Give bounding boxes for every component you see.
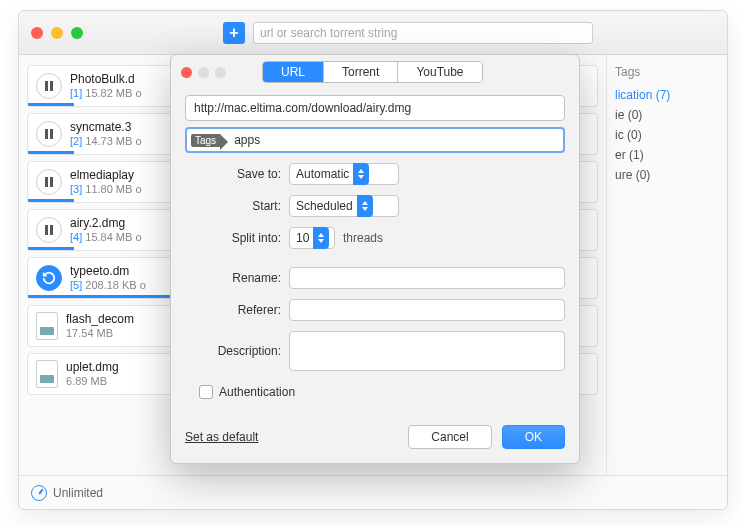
zoom-icon[interactable] xyxy=(71,27,83,39)
progress-bar xyxy=(28,199,74,202)
auth-checkbox[interactable] xyxy=(199,385,213,399)
tags-badge: Tags xyxy=(191,134,220,147)
dialog-footer: Set as default Cancel OK xyxy=(171,413,579,463)
source-tabs: URL Torrent YouTube xyxy=(262,61,483,83)
dialog-zoom-icon xyxy=(215,67,226,78)
pause-icon[interactable] xyxy=(36,217,62,243)
referer-input[interactable] xyxy=(289,299,565,321)
label-description: Description: xyxy=(185,344,281,358)
speed-icon xyxy=(31,485,47,501)
url-input[interactable] xyxy=(185,95,565,121)
download-meta: [3] 11.80 MB o xyxy=(70,183,142,196)
dialog-close-icon[interactable] xyxy=(181,67,192,78)
label-rename: Rename: xyxy=(185,271,281,285)
download-meta: [2] 14.73 MB o xyxy=(70,135,142,148)
footer: Unlimited xyxy=(19,475,727,509)
add-button[interactable]: + xyxy=(223,22,245,44)
traffic-lights xyxy=(31,27,83,39)
progress-bar xyxy=(28,151,74,154)
tags-value: apps xyxy=(234,133,260,147)
pause-icon[interactable] xyxy=(36,121,62,147)
download-name: uplet.dmg xyxy=(66,360,119,374)
tag-item[interactable]: ic (0) xyxy=(615,125,719,145)
tab-url[interactable]: URL xyxy=(263,62,324,82)
pause-icon[interactable] xyxy=(36,73,62,99)
main-titlebar: + url or search torrent string xyxy=(19,11,727,55)
tags-input[interactable]: Tags apps xyxy=(185,127,565,153)
dialog-titlebar: URL Torrent YouTube xyxy=(171,55,579,89)
set-default-link[interactable]: Set as default xyxy=(185,430,258,444)
download-name: syncmate.3 xyxy=(70,120,142,134)
download-meta: 6.89 MB xyxy=(66,375,119,388)
threads-select[interactable]: 10 xyxy=(289,227,335,249)
download-meta: [5] 208.18 KB o xyxy=(70,279,146,292)
tab-torrent[interactable]: Torrent xyxy=(324,62,398,82)
pause-icon[interactable] xyxy=(36,169,62,195)
cancel-button[interactable]: Cancel xyxy=(408,425,491,449)
label-split-into: Split into: xyxy=(185,231,281,245)
chevron-updown-icon xyxy=(357,195,373,217)
download-name: flash_decom xyxy=(66,312,134,326)
progress-bar xyxy=(28,247,74,250)
chevron-updown-icon xyxy=(313,227,329,249)
file-icon xyxy=(36,312,58,340)
tab-youtube[interactable]: YouTube xyxy=(398,62,481,82)
description-input[interactable] xyxy=(289,331,565,371)
file-icon xyxy=(36,360,58,388)
tag-item[interactable]: er (1) xyxy=(615,145,719,165)
tags-panel: Tags lication (7)ie (0)ic (0)er (1)ure (… xyxy=(607,55,727,475)
dialog-body: Tags apps Save to: Automatic Start: Sche… xyxy=(171,89,579,413)
search-input[interactable]: url or search torrent string xyxy=(253,22,593,44)
download-name: PhotoBulk.d xyxy=(70,72,142,86)
dialog-minimize-icon xyxy=(198,67,209,78)
download-meta: [1] 15.82 MB o xyxy=(70,87,142,100)
tags-title: Tags xyxy=(615,65,719,79)
tag-item[interactable]: ure (0) xyxy=(615,165,719,185)
label-authentication: Authentication xyxy=(219,385,295,399)
download-name: airy.2.dmg xyxy=(70,216,142,230)
save-to-select[interactable]: Automatic xyxy=(289,163,399,185)
chevron-updown-icon xyxy=(353,163,369,185)
download-name: elmediaplay xyxy=(70,168,142,182)
retry-icon[interactable] xyxy=(36,265,62,291)
progress-bar xyxy=(28,103,74,106)
download-meta: 17.54 MB xyxy=(66,327,134,340)
close-icon[interactable] xyxy=(31,27,43,39)
footer-status: Unlimited xyxy=(53,486,103,500)
start-select[interactable]: Scheduled xyxy=(289,195,399,217)
label-start: Start: xyxy=(185,199,281,213)
label-save-to: Save to: xyxy=(185,167,281,181)
label-threads: threads xyxy=(343,231,383,245)
ok-button[interactable]: OK xyxy=(502,425,565,449)
download-name: typeeto.dm xyxy=(70,264,146,278)
label-referer: Referer: xyxy=(185,303,281,317)
tag-item[interactable]: lication (7) xyxy=(615,85,719,105)
minimize-icon[interactable] xyxy=(51,27,63,39)
add-url-dialog: URL Torrent YouTube Tags apps Save to: A… xyxy=(170,54,580,464)
tag-item[interactable]: ie (0) xyxy=(615,105,719,125)
rename-input[interactable] xyxy=(289,267,565,289)
download-meta: [4] 15.84 MB o xyxy=(70,231,142,244)
